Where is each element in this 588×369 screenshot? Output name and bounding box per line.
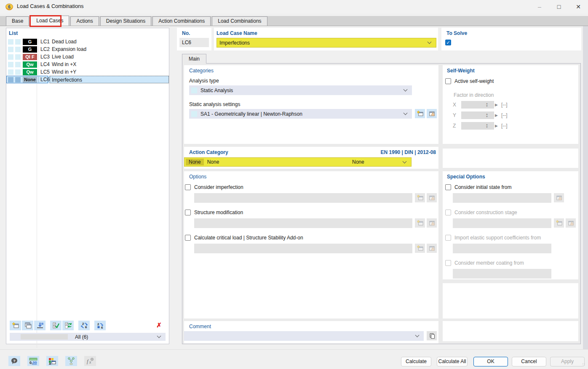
copy-comment-button[interactable] [427, 331, 437, 340]
load-case-name-dropdown[interactable]: Imperfections [216, 38, 436, 48]
units-settings-button[interactable]: 0,00 [27, 356, 39, 366]
list-filter-dropdown[interactable]: All (6) [10, 333, 166, 341]
category-badge: Qw [23, 69, 37, 75]
elastic-support-checkbox [445, 235, 451, 241]
static-analysis-settings-value: SA1 - Geometrically linear | Newton-Raph… [197, 111, 302, 117]
load-case-number-field[interactable]: LC6 [179, 38, 209, 47]
chevron-down-icon [403, 159, 407, 163]
analysis-type-value: Static Analysis [197, 88, 233, 93]
critical-load-row: Calculate critical load | Structure Stab… [185, 235, 303, 241]
consider-imperfection-checkbox[interactable] [185, 184, 191, 190]
color-swatch [15, 62, 21, 67]
tab-base[interactable]: Base [6, 16, 29, 26]
member-coating-label: Consider member coating from [454, 260, 524, 266]
copy-load-case-button[interactable] [22, 321, 33, 330]
member-coating-row: Consider member coating from [445, 260, 524, 266]
special-options-header: Special Options [447, 174, 485, 180]
color-swatch [15, 39, 21, 45]
list-item-lc6-selected[interactable]: None LC6 Imperfections [6, 76, 169, 83]
scrollbar-track[interactable] [583, 26, 588, 349]
factor-z-spinner: ▲▼ [461, 122, 494, 130]
critical-load-label: Calculate critical load | Structure Stab… [194, 235, 303, 241]
check-all-button[interactable] [50, 321, 61, 330]
copy-pages-icon [429, 333, 435, 339]
checkboxes-check-icon [52, 322, 60, 329]
empty-panel [443, 149, 578, 168]
static-analysis-settings-label: Static analysis settings [189, 101, 240, 107]
cancel-button[interactable]: Cancel [512, 357, 546, 366]
calculate-button[interactable]: Calculate [401, 357, 431, 366]
category-badge: None [23, 77, 37, 83]
title-bar: 6 Load Cases & Combinations – □ ✕ [0, 0, 588, 13]
case-name: Live Load [50, 53, 169, 61]
action-category-value: None [207, 159, 219, 165]
to-solve-card: To Solve ✓ [441, 28, 581, 50]
list-item-lc5[interactable]: Qw LC5 Wind in +Y [6, 68, 169, 76]
svg-text:A: A [49, 362, 51, 365]
tree-diagram-icon [67, 357, 75, 365]
display-settings-button[interactable]: A [46, 356, 58, 366]
analysis-type-dropdown[interactable]: Static Analysis [189, 85, 412, 95]
new-stability-button [415, 244, 425, 253]
tab-design-situations[interactable]: Design Situations [100, 16, 151, 26]
invert-checks-button[interactable] [62, 321, 74, 330]
maximize-button[interactable]: □ [549, 0, 569, 13]
new-window-star-icon [417, 110, 424, 117]
case-id: LC2 [38, 46, 50, 52]
delete-load-case-button[interactable]: ✗ [153, 321, 165, 330]
construction-stage-label: Consider construction stage [454, 210, 517, 215]
tab-load-cases[interactable]: Load Cases [30, 16, 69, 26]
ok-button[interactable]: OK [473, 357, 508, 366]
comment-dropdown[interactable] [184, 331, 424, 341]
to-solve-checkbox[interactable]: ✓ [445, 40, 451, 45]
tab-action-combinations[interactable]: Action Combinations [152, 16, 211, 26]
units-ruler-icon: 0,00 [29, 357, 38, 365]
list-item-lc1[interactable]: G LC1 Dead Load [6, 38, 169, 45]
structure-modification-checkbox[interactable] [185, 210, 191, 215]
active-self-weight-label: Active self-weight [454, 78, 494, 84]
edit-modification-button [427, 218, 437, 228]
structure-modification-field [194, 218, 412, 228]
renumber-button[interactable]: 26 [78, 321, 90, 330]
initial-state-label: Consider initial state from [454, 184, 511, 190]
spinner-detail-icon: ▶ [495, 103, 498, 107]
critical-load-field [194, 244, 412, 253]
resize-grip[interactable]: ∷ [583, 364, 587, 368]
spinner-arrows-icon: ▲▼ [486, 111, 488, 119]
factor-x-row: X ▲▼ ▶ [--] [453, 101, 508, 109]
new-load-case-button[interactable] [10, 321, 21, 330]
close-button[interactable]: ✕ [569, 0, 588, 13]
add-issued-load-case-button[interactable] [34, 321, 45, 330]
action-category-dropdown[interactable]: None None None [184, 157, 412, 167]
list-item-lc2[interactable]: G LC2 Expansion load [6, 45, 169, 53]
tab-load-combinations[interactable]: Load Combinations [212, 16, 267, 26]
new-settings-button[interactable] [415, 109, 425, 118]
calculate-all-button[interactable]: Calculate All [437, 357, 468, 366]
critical-load-checkbox[interactable] [185, 235, 191, 241]
category-badge: QI F [23, 54, 37, 60]
new-construction-stage-button [554, 218, 564, 228]
list-item-lc3[interactable]: QI F LC3 Live Load [6, 53, 169, 61]
list-item-lc4[interactable]: Qw LC4 Wind in +X [6, 61, 169, 68]
new-imperfection-button [415, 193, 425, 202]
active-self-weight-checkbox[interactable] [445, 78, 451, 84]
initial-state-checkbox[interactable] [445, 184, 451, 190]
model-tree-button[interactable] [65, 356, 77, 366]
factor-x-unit: [--] [501, 102, 508, 108]
renumber-selected-button[interactable]: 26 [94, 321, 106, 330]
active-self-weight-row: Active self-weight [445, 78, 494, 84]
tab-main[interactable]: Main [182, 54, 206, 64]
factor-y-row: Y ▲▼ ▶ [--] [453, 111, 508, 119]
tab-actions[interactable]: Actions [70, 16, 99, 26]
factor-y-unit: [--] [501, 112, 508, 118]
filter-value: All (6) [75, 334, 88, 340]
edit-window-hand-icon [556, 194, 563, 201]
help-button[interactable]: ? [8, 356, 20, 366]
minimize-button[interactable]: – [530, 0, 549, 13]
construction-stage-row: Consider construction stage [445, 210, 517, 215]
color-swatch [191, 88, 197, 93]
static-analysis-settings-dropdown[interactable]: SA1 - Geometrically linear | Newton-Raph… [189, 109, 412, 119]
color-swatch [191, 111, 197, 117]
edit-settings-button[interactable] [427, 109, 437, 118]
empty-panel [443, 321, 578, 341]
